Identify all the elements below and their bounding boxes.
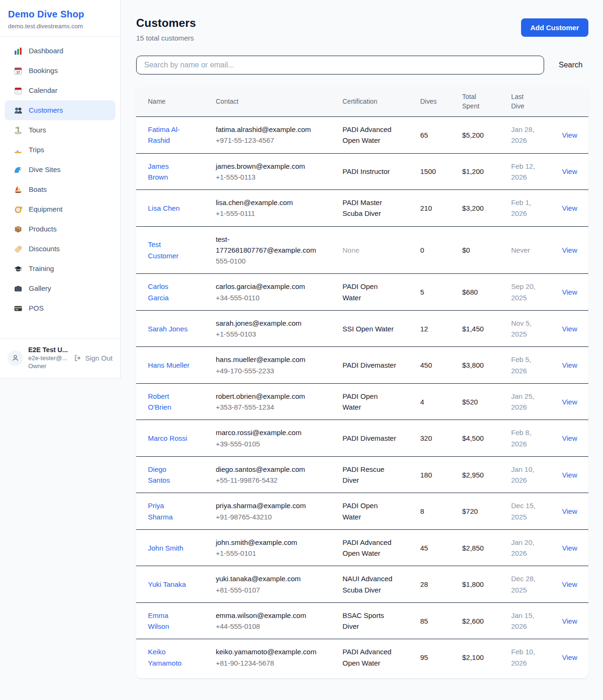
- sidebar-item-training[interactable]: Training: [5, 259, 115, 279]
- user-role: Owner: [28, 362, 68, 370]
- view-link[interactable]: View: [562, 434, 577, 442]
- dashboard-icon: [13, 46, 23, 56]
- view-link[interactable]: View: [562, 544, 577, 552]
- sidebar-item-dive-sites[interactable]: Dive Sites: [5, 160, 115, 180]
- view-link[interactable]: View: [562, 325, 577, 333]
- customer-dives: 320: [409, 420, 451, 457]
- view-link[interactable]: View: [562, 507, 577, 515]
- customer-email: priya.sharma@example.com: [216, 500, 320, 511]
- customer-name-link[interactable]: Hans Mueller: [148, 361, 189, 369]
- customer-name-link[interactable]: Test Customer: [148, 240, 179, 259]
- view-link[interactable]: View: [562, 617, 577, 625]
- customer-name-link[interactable]: Sarah Jones: [148, 325, 187, 333]
- view-link[interactable]: View: [562, 361, 577, 369]
- customer-total-spent: $3,800: [451, 347, 500, 384]
- table-row: Test Customer test-1772681807767@example…: [136, 226, 588, 274]
- grad-cap-icon: [13, 264, 23, 273]
- customer-contact-cell: test-1772681807767@example.com 555-0100: [204, 226, 331, 274]
- shop-name: Demo Dive Shop: [8, 9, 112, 20]
- sidebar-item-label: Products: [29, 225, 57, 233]
- customer-dives: 95: [409, 639, 451, 675]
- table-row: Sarah Jones sarah.jones@example.com +1-5…: [136, 310, 588, 347]
- sidebar-item-bookings[interactable]: 17Bookings: [5, 61, 115, 81]
- customer-name-link[interactable]: Yuki Tanaka: [148, 580, 186, 588]
- customer-email: yuki.tanaka@example.com: [216, 573, 320, 584]
- customer-phone: +971-55-123-4567: [216, 135, 320, 146]
- sidebar-item-gallery[interactable]: Gallery: [5, 279, 115, 298]
- customer-total-spent: $4,500: [451, 420, 500, 457]
- sidebar-item-label: Bookings: [29, 66, 58, 75]
- customer-dives: 1500: [409, 153, 451, 190]
- column-header-total-spent: Total Spent: [451, 87, 500, 117]
- sidebar-item-customers[interactable]: Customers: [5, 100, 115, 120]
- customer-name-link[interactable]: Marco Rossi: [148, 434, 187, 442]
- sidebar-item-calendar[interactable]: Calendar: [5, 81, 115, 100]
- customer-email: fatima.alrashid@example.com: [216, 124, 320, 135]
- customer-contact-cell: lisa.chen@example.com +1-555-0111: [204, 190, 331, 227]
- sidebar-item-boats[interactable]: Boats: [5, 180, 115, 199]
- customer-name-link[interactable]: James Brown: [148, 162, 169, 181]
- customer-email: diego.santos@example.com: [216, 464, 320, 475]
- wave-icon: [13, 165, 23, 174]
- customer-phone: +49-170-555-2233: [216, 365, 320, 376]
- sign-out-button[interactable]: Sign Out: [73, 354, 113, 362]
- sidebar-item-label: Dive Sites: [29, 165, 61, 174]
- view-link[interactable]: View: [562, 204, 577, 212]
- customer-certification: None: [331, 226, 409, 274]
- customer-certification: PADI Open Water: [331, 274, 409, 311]
- view-link[interactable]: View: [562, 471, 577, 479]
- customer-total-spent: $2,850: [451, 529, 500, 566]
- table-row: Diego Santos diego.santos@example.com +5…: [136, 456, 588, 493]
- speedboat-icon: [13, 145, 23, 155]
- customer-name-link[interactable]: Priya Sharma: [148, 502, 173, 520]
- customer-total-spent: $3,200: [451, 190, 500, 227]
- search-row: Search: [136, 56, 588, 74]
- customer-certification: PADI Instructor: [331, 153, 409, 190]
- customer-last-dive: Feb 8, 2026: [500, 420, 549, 457]
- customer-certification: PADI Advanced Open Water: [331, 639, 409, 675]
- sidebar-item-pos[interactable]: POS: [5, 298, 115, 318]
- sidebar-item-label: Training: [29, 264, 54, 273]
- view-link[interactable]: View: [562, 246, 577, 254]
- customer-name-link[interactable]: Emma Wilson: [148, 611, 169, 630]
- customer-certification: PADI Master Scuba Diver: [331, 190, 409, 227]
- view-link[interactable]: View: [562, 131, 577, 139]
- sidebar-item-products[interactable]: Products: [5, 219, 115, 239]
- view-link[interactable]: View: [562, 288, 577, 296]
- sidebar-item-label: Customers: [29, 106, 63, 115]
- sidebar-item-discounts[interactable]: Discounts: [5, 239, 115, 259]
- customer-name-link[interactable]: Fatima Al-Rashid: [148, 125, 180, 144]
- customer-name-link[interactable]: John Smith: [148, 544, 183, 552]
- customer-phone: +353-87-555-1234: [216, 402, 320, 412]
- search-input[interactable]: [136, 56, 544, 74]
- customer-total-spent: $5,200: [451, 117, 500, 154]
- customer-certification: NAUI Advanced Scuba Diver: [331, 566, 409, 603]
- customer-dives: 180: [409, 456, 451, 493]
- customer-name-link[interactable]: Lisa Chen: [148, 204, 180, 212]
- view-link[interactable]: View: [562, 580, 577, 588]
- search-button[interactable]: Search: [557, 58, 585, 72]
- customers-table: NameContactCertificationDivesTotal Spent…: [136, 87, 588, 675]
- tag-icon: [13, 244, 23, 254]
- customer-certification: SSI Open Water: [331, 310, 409, 347]
- add-customer-button[interactable]: Add Customer: [521, 18, 588, 37]
- customer-last-dive: Dec 28, 2025: [500, 566, 549, 603]
- customer-last-dive: Jan 10, 2026: [500, 456, 549, 493]
- view-link[interactable]: View: [562, 653, 577, 661]
- sidebar-item-dashboard[interactable]: Dashboard: [5, 41, 115, 61]
- customer-name-link[interactable]: Diego Santos: [148, 465, 170, 484]
- person-icon: [11, 354, 19, 362]
- view-link[interactable]: View: [562, 398, 577, 406]
- customer-name-link[interactable]: Carlos Garcia: [148, 282, 169, 301]
- sidebar-item-tours[interactable]: Tours: [5, 120, 115, 140]
- table-row: John Smith john.smith@example.com +1-555…: [136, 529, 588, 566]
- customer-name-link[interactable]: Keiko Yamamoto: [148, 648, 181, 667]
- customer-email: sarah.jones@example.com: [216, 318, 320, 329]
- sidebar-item-trips[interactable]: Trips: [5, 140, 115, 160]
- customer-last-dive: Jan 15, 2026: [500, 602, 549, 639]
- customer-certification: PADI Divemaster: [331, 420, 409, 457]
- sidebar-item-equipment[interactable]: Equipment: [5, 199, 115, 219]
- customer-name-link[interactable]: Robert O'Brien: [148, 392, 171, 411]
- customer-contact-cell: james.brown@example.com +1-555-0113: [204, 153, 331, 190]
- view-link[interactable]: View: [562, 167, 577, 175]
